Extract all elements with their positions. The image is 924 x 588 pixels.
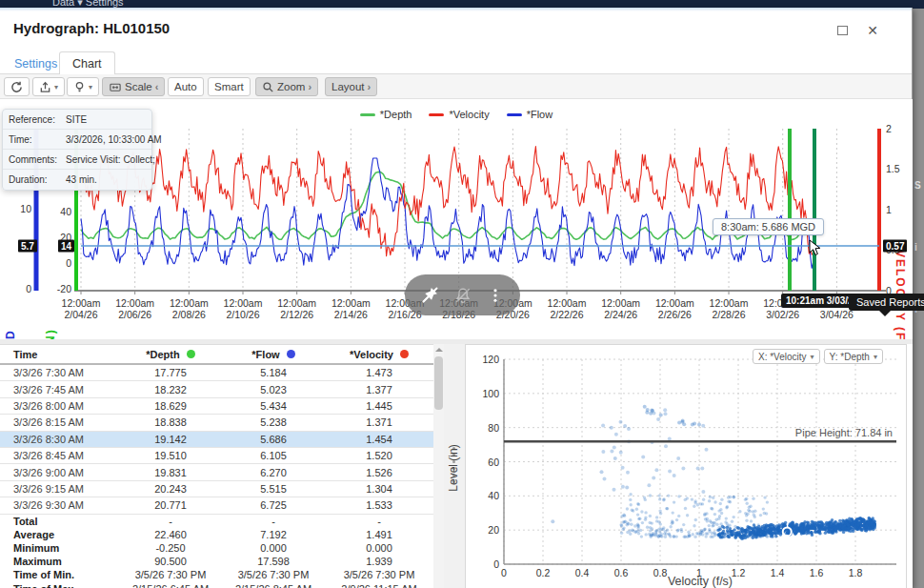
more-options-button[interactable] <box>484 284 507 307</box>
x-axis-selector[interactable]: X: *Velocity ▾ <box>753 349 820 364</box>
column-header-flow[interactable]: *Flow <box>222 349 325 360</box>
cell: 18.838 <box>119 416 222 428</box>
scale-button[interactable]: Scale ‹ <box>102 77 165 96</box>
mouse-cursor <box>809 239 824 260</box>
series-color-dot <box>187 350 195 358</box>
table-row[interactable]: 3/3/26 7:45 AM18.2325.0231.377 <box>0 381 433 397</box>
x-axis-tick-label: 12:00am2/26/26 <box>655 297 694 320</box>
x-axis-tick-label: 12:00am2/06/26 <box>115 297 154 320</box>
background-text-fragment: S <box>914 180 921 191</box>
dialog-title: Hydrograph: HL010150 <box>13 20 170 36</box>
legend-label: *Velocity <box>449 109 489 120</box>
scatter-y-tick: 80 <box>488 422 499 434</box>
cell: 3/3/26 8:30 AM <box>0 434 119 445</box>
table-row[interactable]: 3/3/26 8:15 AM18.8385.2381.371 <box>0 415 433 431</box>
close-button[interactable]: ✕ <box>862 21 883 40</box>
cell: 3/5/26 7:30 PM <box>119 569 222 580</box>
table-row[interactable]: 3/3/26 8:00 AM18.6295.4341.445 <box>0 398 433 415</box>
table-row[interactable]: 3/3/26 9:15 AM20.2435.5151.304 <box>0 481 433 497</box>
velocity-crosshair-value: 0.57 <box>883 240 907 253</box>
cell: 1.491 <box>325 529 433 540</box>
x-axis-tick-label: 12:00am2/10/26 <box>224 297 263 320</box>
scatter-x-tick: 1.2 <box>732 567 746 578</box>
scatter-y-tick: 20 <box>488 524 499 536</box>
data-point-tooltip: 8:30am: 5.686 MGD <box>713 218 824 235</box>
data-table: Time*Depth*Flow*Velocity 3/3/26 7:30 AM1… <box>0 344 433 588</box>
cell: 5.184 <box>222 367 325 378</box>
auto-label: Auto <box>174 81 197 92</box>
scatter-y-tick: 40 <box>488 490 499 501</box>
scattergraph-plot[interactable] <box>466 345 906 588</box>
cell: 6.270 <box>222 467 325 478</box>
table-row[interactable]: 3/3/26 7:30 AM17.7755.1841.473 <box>0 365 433 381</box>
column-label: *Depth <box>146 349 179 360</box>
cell: 18.232 <box>119 384 222 395</box>
insights-button[interactable]: ▾ <box>67 77 99 96</box>
cell: 3/5/26 7:30 PM <box>325 569 433 580</box>
table-row[interactable]: 3/3/26 8:30 AM19.1425.6861.454 <box>0 432 433 448</box>
column-header-time[interactable]: Time <box>0 349 119 360</box>
column-header-velocity[interactable]: *Velocity <box>325 349 433 360</box>
tab-chart[interactable]: Chart <box>59 51 115 75</box>
table-row[interactable]: 3/3/26 8:45 AM19.5106.1051.520 <box>0 448 433 464</box>
annotation-label: Time: <box>9 134 66 145</box>
scroll-up-arrow[interactable] <box>433 344 444 355</box>
maximize-button[interactable] <box>832 21 853 40</box>
cell: 1.533 <box>325 499 433 511</box>
scatter-x-tick: 0.2 <box>536 567 551 578</box>
scroll-thumb[interactable] <box>434 356 443 410</box>
flow-crosshair-value: 5.7 <box>18 240 37 253</box>
auto-button[interactable]: Auto <box>168 77 204 96</box>
scatter-x-tick: 1 <box>696 567 702 578</box>
pin-off-icon <box>420 285 440 305</box>
cell: 5.238 <box>222 416 325 428</box>
cell: 3/3/26 7:30 AM <box>0 367 119 378</box>
bottom-section: Time*Depth*Flow*Velocity 3/3/26 7:30 AM1… <box>0 344 913 588</box>
scale-collapse-chevron: ‹ <box>155 81 159 92</box>
cell: 3/3/26 9:30 AM <box>0 499 119 511</box>
legend-label: *Flow <box>527 109 553 120</box>
kebab-menu-icon <box>487 287 504 304</box>
export-button[interactable]: ▾ <box>32 77 65 96</box>
scatter-x-tick: 0.6 <box>614 567 629 578</box>
column-label: *Velocity <box>350 349 393 360</box>
legend-item-flow[interactable]: *Flow <box>507 109 553 120</box>
cell: 2/9/26 11:15 AM <box>325 583 433 588</box>
column-label: Time <box>13 349 37 360</box>
cell: 1.520 <box>325 450 433 461</box>
y-selector-value: Y: *Depth <box>830 352 870 362</box>
annotation-label: Reference: <box>9 114 66 125</box>
summary-row: Average22.4607.1921.491 <box>0 528 433 541</box>
annotation-card: Reference:SITETime:3/3/2026, 10:33:00 AM… <box>2 109 152 191</box>
table-body: 3/3/26 7:30 AM17.7755.1841.4733/3/26 7:4… <box>0 365 433 588</box>
cell: 18.629 <box>119 400 222 412</box>
cell: 0.000 <box>325 542 433 554</box>
scale-icon <box>109 81 122 93</box>
table-row[interactable]: 3/3/26 9:00 AM19.8316.2701.526 <box>0 464 433 480</box>
notifications-off-button[interactable] <box>452 284 474 307</box>
annotation-row: Duration:43 min. <box>3 170 151 190</box>
column-header-depth[interactable]: *Depth <box>119 349 222 360</box>
cell: 3/3/26 8:45 AM <box>0 450 119 461</box>
smart-button[interactable]: Smart <box>208 77 251 96</box>
cell: -0.250 <box>119 542 222 554</box>
refresh-button[interactable] <box>4 77 30 96</box>
cell: 3/3/26 8:00 AM <box>0 400 119 412</box>
legend-item-velocity[interactable]: *Velocity <box>429 109 489 120</box>
table-scrollbar[interactable] <box>433 344 444 588</box>
layout-button[interactable]: Layout › <box>325 77 377 96</box>
table-row[interactable]: 3/3/26 9:30 AM20.7716.7251.533 <box>0 497 433 514</box>
unpin-button[interactable] <box>418 284 441 307</box>
cell: 2/15/26 6:45 AM <box>119 583 222 588</box>
x-axis-tick-label: 12:00am2/12/26 <box>277 297 316 320</box>
zoom-icon <box>262 81 274 93</box>
cell: 19.142 <box>119 434 222 445</box>
saved-reports-tooltip: Saved Reports <box>849 294 924 311</box>
zoom-button[interactable]: Zoom › <box>255 77 318 96</box>
y-axis-selector[interactable]: Y: *Depth ▾ <box>824 349 883 364</box>
cell: 20.771 <box>119 499 222 511</box>
cell: 1.473 <box>325 367 433 378</box>
cell: 5.515 <box>222 483 325 495</box>
tab-bar: Settings Chart <box>0 50 912 74</box>
legend-item-depth[interactable]: *Depth <box>360 109 412 120</box>
